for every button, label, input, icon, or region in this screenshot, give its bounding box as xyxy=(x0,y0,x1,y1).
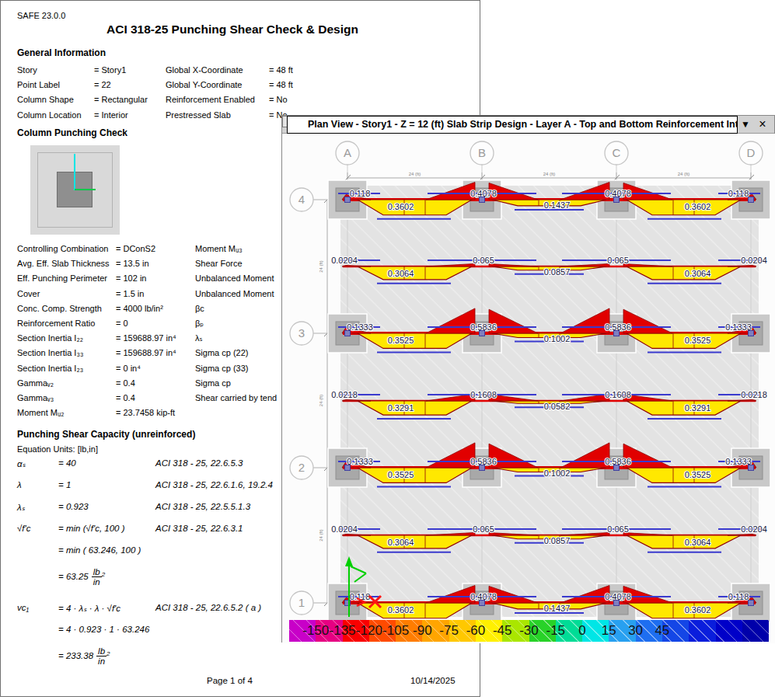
axis-3-icon xyxy=(75,189,96,190)
strip-value-label: 0.1333 xyxy=(347,322,373,332)
legend-tick-label: -45 xyxy=(493,623,512,639)
strip-value-label: 0.065 xyxy=(607,256,629,265)
info-row: Column Location= Interior xyxy=(17,108,165,123)
equation-expression: = 4 · λₛ · λ · √f'c xyxy=(58,603,155,614)
legend-tick-label: -135 xyxy=(330,623,356,639)
strip-value-label: 0.0218 xyxy=(331,390,358,399)
window-close-icon[interactable]: × xyxy=(756,117,770,131)
slab-strip-plan: 24 (ft)24 (ft)24 (ft)24 (ft)24 (ft)24 (f… xyxy=(282,134,775,643)
joint-node xyxy=(614,331,620,336)
plan-window-titlebar[interactable]: Plan View - Story1 - Z = 12 (ft) Slab St… xyxy=(282,116,774,134)
strip-value-label: 0.065 xyxy=(473,524,494,534)
info-value: = Rectangular xyxy=(94,92,165,107)
info-row: Column Shape= Rectangular xyxy=(17,92,165,107)
fraction-exponent: 2 xyxy=(102,571,105,578)
fraction: lbin xyxy=(96,646,106,666)
info-label: Prestressed Slab xyxy=(166,108,269,123)
screenshot-root: { "report": { "app_version": "SAFE 23.0.… xyxy=(0,0,775,700)
strip-value-label: 0.118 xyxy=(728,592,749,601)
param-value: = DConS2 xyxy=(116,242,195,256)
legend-tick-label: 30 xyxy=(628,623,643,639)
equation-expression: = 0.923 xyxy=(58,502,155,511)
row-bubble-label: 2 xyxy=(298,461,305,474)
strip-value-label: 0.1333 xyxy=(725,457,752,466)
span-dimension-label: 24 (ft) xyxy=(319,260,323,273)
row-bubble-label: 4 xyxy=(298,193,305,206)
strip-value-label: 0.3064 xyxy=(388,269,414,278)
fraction-exponent: 2 xyxy=(106,650,110,657)
legend-color-segment xyxy=(689,620,715,642)
info-label: Column Location xyxy=(17,108,94,123)
grid-bubble-label: C xyxy=(613,146,621,159)
general-info-right-column: Global X-Coordinate= 48 ftGlobal Y-Coord… xyxy=(166,63,477,123)
strip-value-label: 0.3525 xyxy=(685,336,711,345)
span-dimension-label: 24 (ft) xyxy=(543,172,556,176)
param-label: Section Inertia I₃₃ xyxy=(17,346,116,360)
param-value: = 159688.97 in⁴ xyxy=(116,331,195,346)
legend-tick-label: -105 xyxy=(382,623,409,639)
param-value: = 0 xyxy=(116,316,195,331)
param-label: Gammaᵥ₃ xyxy=(17,391,116,406)
fraction-prefix: = 63.25 xyxy=(58,572,89,581)
grid-bubble-label: D xyxy=(747,146,756,159)
param-value: = 0.4 xyxy=(116,391,195,406)
legend-color-segment xyxy=(742,620,769,642)
legend-tick-label: -30 xyxy=(519,623,539,639)
strip-value-label: 0.1002 xyxy=(544,334,571,343)
legend-color-segment xyxy=(716,620,742,642)
equation-expression: = min ( 63.246, 100 ) xyxy=(58,545,155,555)
param-label: Controlling Combination xyxy=(17,242,116,256)
info-label: Global Y-Coordinate xyxy=(166,78,269,92)
window-dropdown-icon[interactable]: ▼ xyxy=(738,117,752,131)
equation-expression: = 233.38lbin2 xyxy=(58,646,155,666)
page-number: Page 1 of 4 xyxy=(207,676,253,685)
equation-symbol: √f'c xyxy=(17,524,58,533)
joint-node xyxy=(480,465,485,471)
strip-value-label: 0.3602 xyxy=(685,605,711,615)
legend-tick-label: -120 xyxy=(356,623,382,639)
param-label: Eff. Punching Perimeter xyxy=(17,271,116,286)
legend-tick-label: -150 xyxy=(302,623,329,639)
param-label: Gammaᵥ₂ xyxy=(17,376,116,391)
strip-value-label: 0.3064 xyxy=(685,538,711,547)
joint-node xyxy=(749,331,754,336)
strip-value-label: 0.0204 xyxy=(741,256,767,265)
strip-value-label: 0.3525 xyxy=(388,470,414,479)
info-value: = 48 ft xyxy=(269,78,477,92)
joint-node xyxy=(480,197,485,203)
info-row: Global X-Coordinate= 48 ft xyxy=(166,63,477,78)
legend-tick-label: 45 xyxy=(655,623,669,639)
fraction-prefix: = 233.38 xyxy=(58,651,93,660)
param-value: = 0 in⁴ xyxy=(116,361,195,376)
span-dimension-label: 24 (ft) xyxy=(678,172,690,176)
strip-value-label: 0.1608 xyxy=(605,390,631,399)
equation-units: Equation Units: [lb,in] xyxy=(17,444,98,454)
strip-value-label: 0.065 xyxy=(473,256,494,265)
strip-value-label: 0.3602 xyxy=(685,202,711,211)
strip-value-label: 0.3525 xyxy=(685,470,711,479)
info-row: Global Y-Coordinate= 48 ft xyxy=(166,78,477,92)
strip-value-label: 0.0582 xyxy=(544,402,571,411)
param-value: = 1.5 in xyxy=(116,287,195,301)
fraction: lbin xyxy=(92,567,102,587)
plan-view-canvas[interactable]: 24 (ft)24 (ft)24 (ft)24 (ft)24 (ft)24 (f… xyxy=(282,134,775,643)
strip-value-label: 0.1333 xyxy=(347,457,373,466)
param-value: = 13.5 in xyxy=(116,256,195,271)
fraction-denominator: in xyxy=(98,656,105,666)
joint-node xyxy=(345,331,351,336)
param-value: = 102 in xyxy=(116,271,195,286)
contour-legend-bar: -150-135-120-105-90-75-60-45-30-15015304… xyxy=(289,620,769,642)
param-label: Moment Mᵤ₂ xyxy=(17,406,116,420)
plan-window-title[interactable]: Plan View - Story1 - Z = 12 (ft) Slab St… xyxy=(287,116,738,134)
legend-tick-label: 15 xyxy=(602,623,616,639)
equation-expression: = 40 xyxy=(58,458,155,468)
column-punching-heading: Column Punching Check xyxy=(17,127,127,138)
joint-node xyxy=(345,197,351,203)
fraction-denominator: in xyxy=(93,577,100,587)
span-dimension-label: 24 (ft) xyxy=(319,529,323,542)
span-dimension-label: 24 (ft) xyxy=(409,172,421,176)
equation-symbol: αₛ xyxy=(17,458,58,469)
equation-symbol: λₛ xyxy=(17,502,58,513)
strip-value-label: 0.0218 xyxy=(741,390,767,399)
equation-symbol: vc₁ xyxy=(17,603,58,612)
